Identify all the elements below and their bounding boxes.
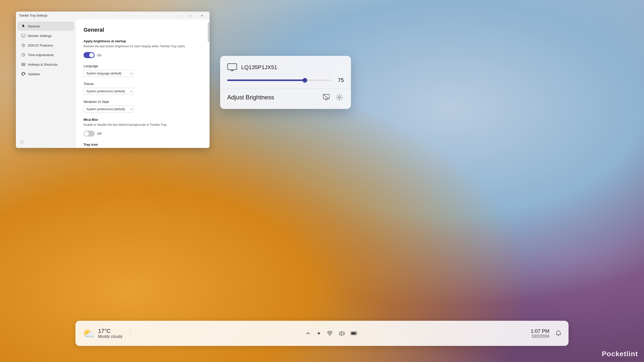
svg-line-18 [324,95,329,99]
sidebar-item-general[interactable]: General [17,22,74,31]
sidebar-label-general: General [28,24,39,28]
minimize-button[interactable]: – [173,12,184,20]
sidebar-footer: ? [16,138,75,146]
mica-blur-toggle-row: Off [84,131,202,137]
sidebar-item-time[interactable]: Time Adjustments [17,50,74,59]
language-dropdown[interactable]: System language (default) English French [84,70,134,77]
svg-text:?: ? [21,141,23,143]
notification-icon[interactable] [555,330,561,336]
toggle-thumb [89,53,94,57]
sidebar-item-hotkeys[interactable]: Hotkeys & Shortcuts [17,60,74,69]
volume-icon[interactable] [339,331,345,336]
apply-brightness-label: Apply brightness at startup [84,39,202,43]
taskbar-divider [131,327,131,340]
svg-rect-22 [351,332,356,334]
weather-text: 17°C Mostly cloudy [98,328,123,339]
sidebar-label-monitor: Monitor Settings [28,34,52,38]
mica-blur-toggle[interactable] [84,131,95,137]
hotkeys-icon [21,62,25,66]
monitor-icon [21,34,25,38]
sidebar-item-monitor-settings[interactable]: Monitor Settings [17,31,74,40]
monitor-name: LQ135P1JX51 [241,64,277,71]
watermark-text: Pocketlint [602,350,638,358]
mica-blur-toggle-state: Off [97,132,101,136]
title-bar-controls: – □ ✕ [173,12,208,20]
brightness-slider-fill [227,79,305,81]
svg-rect-9 [22,65,25,65]
popup-divider [220,89,351,89]
weather-temperature: 17°C [98,328,123,334]
app-window: Twinkle Tray Settings – □ ✕ General [16,12,210,148]
help-icon: ? [20,140,24,144]
popup-action-icons [322,93,344,102]
svg-rect-12 [228,64,237,70]
apply-brightness-toggle[interactable] [84,52,95,58]
svg-rect-7 [23,64,24,64]
theme-label: Theme [84,82,202,86]
svg-rect-6 [22,64,23,64]
language-section: Language System language (default) Engli… [84,64,202,77]
settings-icon[interactable] [335,93,344,102]
system-tray: ✦ [139,330,525,336]
updates-icon [21,72,25,76]
weather-icon: ⛅ [83,328,95,339]
clock-icon [21,53,25,57]
adjust-brightness-label: Adjust Brightness [227,94,274,101]
windows-ui-dropdown-wrapper: System preferences (default) Windows 10 … [84,106,134,113]
mica-blur-desc: Enable or disable the blur behind backgr… [84,123,202,127]
popup-bottom: Adjust Brightness [227,93,344,102]
brightness-slider[interactable] [227,79,331,81]
sidebar-item-ddc-ci[interactable]: DDC/CI Features [17,41,74,50]
date-display: 10/2/2024 [531,334,549,339]
sidebar-label-hotkeys: Hotkeys & Shortcuts [28,63,58,66]
weather-section: ⛅ 17°C Mostly cloudy [83,328,123,339]
language-dropdown-wrapper: System language (default) English French… [84,70,134,77]
svg-point-20 [330,335,330,336]
scrollbar-thumb[interactable] [208,22,209,42]
star-icon[interactable]: ✦ [317,330,321,336]
battery-icon[interactable] [351,331,358,336]
title-bar: Twinkle Tray Settings – □ ✕ [16,12,210,20]
app-title: Twinkle Tray Settings [19,14,47,17]
brightness-popup: LQ135P1JX51 75 Adjust Brightness [220,56,351,109]
mica-toggle-thumb [84,131,89,136]
svg-point-19 [339,97,340,98]
svg-rect-8 [24,64,25,64]
chevron-up-icon[interactable] [306,331,311,336]
theme-dropdown[interactable]: System preferences (default) Light Dark [84,88,134,95]
apply-brightness-desc: Restore the last known brightness for ea… [84,44,202,49]
time-section: 1:07 PM 10/2/2024 [531,328,549,339]
time-display: 1:07 PM [531,328,549,334]
wifi-icon[interactable] [327,331,333,336]
monitor-off-icon[interactable] [322,93,331,102]
windows-ui-section: Windows UI Style System preferences (def… [84,100,202,113]
apply-brightness-toggle-state: On [97,53,101,57]
sidebar: General Monitor Settings [16,20,75,148]
content-area: General Apply brightness at startup Rest… [75,20,210,148]
brightness-value: 75 [335,77,344,84]
theme-dropdown-wrapper: System preferences (default) Light Dark … [84,88,134,95]
sidebar-label-ddc: DDC/CI Features [28,44,53,47]
mica-blur-label: Mica Blur [84,118,202,122]
theme-section: Theme System preferences (default) Light… [84,82,202,95]
brightness-slider-row: 75 [227,77,344,84]
page-title: General [84,27,202,33]
weather-description: Mostly cloudy [98,334,123,339]
monitor-popup-icon [227,63,237,72]
ddc-icon [21,43,25,47]
taskbar: ⛅ 17°C Mostly cloudy ✦ [75,321,569,346]
close-button[interactable]: ✕ [196,12,208,20]
windows-ui-label: Windows UI Style [84,100,202,104]
gear-icon [21,24,25,28]
monitor-row: LQ135P1JX51 [227,63,344,72]
windows-ui-dropdown[interactable]: System preferences (default) Windows 10 … [84,106,134,113]
brightness-slider-thumb [303,78,307,83]
sidebar-item-updates[interactable]: Updates [17,69,74,78]
apply-brightness-toggle-row: On [84,52,202,58]
sidebar-label-updates: Updates [28,72,40,76]
scrollbar-track[interactable] [208,20,210,148]
svg-rect-0 [22,34,25,37]
tray-icon-label: Tray icon [84,143,202,146]
sidebar-label-time: Time Adjustments [28,53,54,57]
maximize-button[interactable]: □ [184,12,196,20]
